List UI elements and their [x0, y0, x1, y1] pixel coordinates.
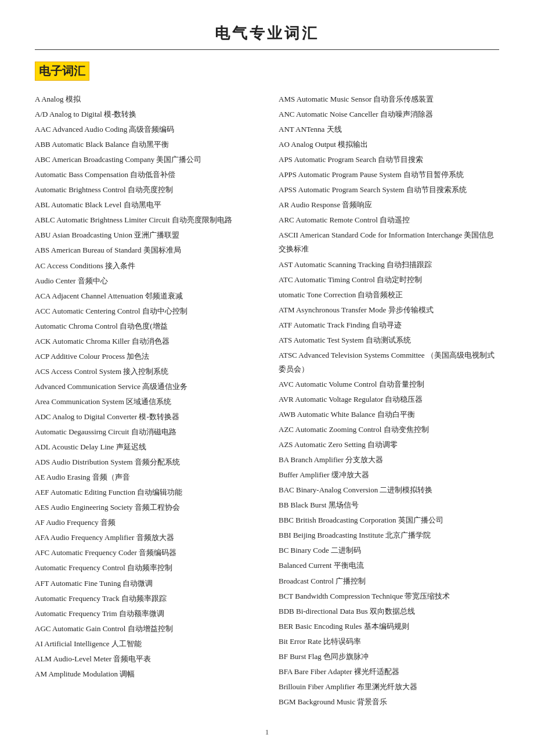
list-item: AZC Automatic Zooming Control 自动变焦控制 [279, 423, 499, 437]
list-item: Automatic Bass Compensation 自动低音补偿 [35, 168, 255, 182]
list-item: BER Basic Encoding Rules 基本编码规则 [279, 620, 499, 633]
section-label: 电子词汇 [35, 62, 89, 81]
list-item: ABS American Bureau of Standard 美国标准局 [35, 243, 255, 257]
list-item: ABL Automatic Black Level 自动黑电平 [35, 198, 255, 212]
list-item: AC Access Conditions 接入条件 [35, 259, 255, 273]
list-item: ARC Automatic Remote Control 自动遥控 [279, 213, 499, 227]
list-item: ACS Access Control System 接入控制系统 [35, 365, 255, 379]
list-item: Broadcast Control 广播控制 [279, 574, 499, 588]
list-item: ACK Automatic Chroma Killer 自动消色器 [35, 334, 255, 348]
list-item: AAC Advanced Audio Coding 高级音频编码 [35, 123, 255, 136]
list-item: Bit Error Rate 比特误码率 [279, 635, 499, 649]
list-item: Advanced Communication Service 高级通信业务 [35, 380, 255, 394]
list-item: APPS Automatic Program Pause System 自动节目… [279, 168, 499, 182]
list-item: A Analog 模拟 [35, 92, 255, 106]
list-item: BGM Background Music 背景音乐 [279, 695, 499, 709]
list-item: ASCII American Standard Code for Informa… [279, 228, 499, 256]
divider [35, 49, 499, 50]
list-item: BBC British Broadcasting Corporation 英国广… [279, 513, 499, 527]
list-item: BAC Binary-Analog Conversion 二进制模拟转换 [279, 483, 499, 497]
list-item: BB Black Burst 黑场信号 [279, 498, 499, 512]
list-item: AE Audio Erasing 音频（声音 [35, 470, 255, 484]
list-item: ABC American Broadcasting Company 美国广播公司 [35, 153, 255, 167]
list-item: Automatic Frequency Control 自动频率控制 [35, 561, 255, 575]
list-item: ABU Asian Broadcasting Union 亚洲广播联盟 [35, 228, 255, 242]
list-item: BA Branch Amplifier 分支放大器 [279, 453, 499, 467]
list-item: ATC Automatic Timing Control 自动定时控制 [279, 273, 499, 287]
list-item: ABLC Automatic Brightness Limiter Circui… [35, 213, 255, 227]
list-item: Automatic Chroma Control 自动色度(增益 [35, 319, 255, 333]
left-column: A Analog 模拟A/D Analog to Digital 模-数转换AA… [35, 92, 255, 710]
list-item: ANT ANTenna 天线 [279, 123, 499, 136]
list-item: APS Automatic Program Search 自动节目搜索 [279, 153, 499, 167]
list-item: ATM Asynchronous Transfer Mode 异步传输模式 [279, 303, 499, 317]
list-item: AM Amplitude Modulation 调幅 [35, 667, 255, 681]
list-item: AWB Automatic White Balance 自动白平衡 [279, 408, 499, 422]
page-title: 电气专业词汇 [35, 23, 499, 44]
list-item: BCT Bandwidth Compression Technique 带宽压缩… [279, 589, 499, 603]
list-item: Brillouin Fiber Amplifier 布里渊光纤放大器 [279, 680, 499, 694]
list-item: AST Automatic Scanning Tracking 自动扫描跟踪 [279, 258, 499, 272]
list-item: ACC Automatic Centering Control 自动中心控制 [35, 304, 255, 318]
two-column-layout: A Analog 模拟A/D Analog to Digital 模-数转换AA… [35, 92, 499, 710]
list-item: ATF Automatic Track Finding 自动寻迹 [279, 318, 499, 332]
list-item: ADS Audio Distribution System 音频分配系统 [35, 455, 255, 469]
list-item: BDB Bi-directional Data Bus 双向数据总线 [279, 604, 499, 618]
list-item: ACP Additive Colour Process 加色法 [35, 350, 255, 363]
list-item: AFC Automatic Frequency Coder 音频编码器 [35, 546, 255, 560]
list-item: BBI Beijing Broadcasting Institute 北京广播学… [279, 528, 499, 542]
list-item: ACA Adjacent Channel Attenuation 邻频道衰减 [35, 289, 255, 303]
list-item: Automatic Frequency Track 自动频率跟踪 [35, 592, 255, 606]
list-item: A/D Analog to Digital 模-数转换 [35, 107, 255, 121]
right-column: AMS Automatic Music Sensor 自动音乐传感装置ANC A… [279, 92, 499, 710]
list-item: AR Audio Response 音频响应 [279, 198, 499, 212]
list-item: Automatic Brightness Control 自动亮度控制 [35, 183, 255, 197]
list-item: AF Audio Frequency 音频 [35, 516, 255, 530]
list-item: AEF Automatic Editing Function 自动编辑功能 [35, 485, 255, 499]
list-item: AI Artificial Intelligence 人工智能 [35, 637, 255, 651]
list-item: Automatic Degaussirng Circuit 自动消磁电路 [35, 425, 255, 439]
list-item: AVR Automatic Voltage Regulator 自动稳压器 [279, 393, 499, 406]
list-item: AFT Automatic Fine Tuning 自动微调 [35, 577, 255, 591]
list-item: Automatic Frequency Trim 自动额率微调 [35, 607, 255, 621]
list-item: ATS Automatic Test System 自动测试系统 [279, 333, 499, 347]
list-item: AGC Automatic Gain Control 自动增益控制 [35, 622, 255, 636]
list-item: Balanced Current 平衡电流 [279, 559, 499, 573]
list-item: ADL Acoustic Delay Line 声延迟线 [35, 440, 255, 454]
list-item: BFA Bare Fiber Adapter 裸光纤适配器 [279, 665, 499, 679]
list-item: AO Analog Output 模拟输出 [279, 138, 499, 152]
list-item: ALM Audio-Level Meter 音频电平表 [35, 652, 255, 666]
page-number: 1 [35, 728, 499, 737]
list-item: BC Binary Code 二进制码 [279, 543, 499, 557]
list-item: AZS Automatic Zero Setting 自动调零 [279, 438, 499, 452]
list-item: Buffer Amplifier 缓冲放大器 [279, 468, 499, 482]
list-item: AFA Audio Frequency Amplifier 音频放大器 [35, 531, 255, 545]
list-item: ANC Automatic Noise Canceller 自动噪声消除器 [279, 107, 499, 121]
list-item: utomatic Tone Correction 自动音频校正 [279, 288, 499, 302]
list-item: ATSC Advanced Television Systems Committ… [279, 348, 499, 376]
list-item: AMS Automatic Music Sensor 自动音乐传感装置 [279, 92, 499, 106]
list-item: Audio Center 音频中心 [35, 274, 255, 288]
list-item: APSS Automatic Program Search System 自动节… [279, 183, 499, 197]
list-item: AES Audio Engineering Society 音频工程协会 [35, 501, 255, 514]
list-item: AVC Automatic Volume Control 自动音量控制 [279, 377, 499, 391]
list-item: Area Communication System 区域通信系统 [35, 395, 255, 409]
list-item: ABB Automatic Black Balance 自动黑平衡 [35, 138, 255, 152]
list-item: ADC Analog to Digital Converter 模-数转换器 [35, 410, 255, 424]
list-item: BF Burst Flag 色同步旗脉冲 [279, 650, 499, 664]
